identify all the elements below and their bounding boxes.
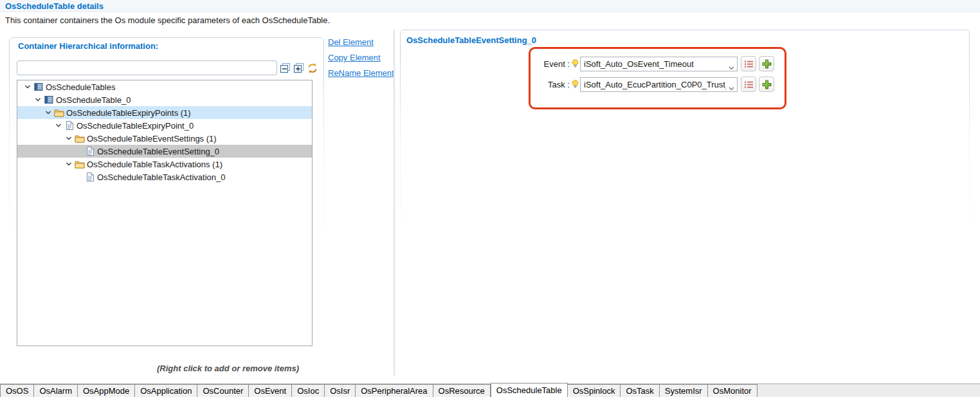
tree-item-osscheduletables[interactable]: OsScheduleTables xyxy=(17,80,312,93)
tab-systemisr[interactable]: SystemIsr xyxy=(660,384,708,397)
tab-osisr[interactable]: OsIsr xyxy=(325,384,356,397)
document-icon xyxy=(84,147,95,156)
document-icon xyxy=(64,121,75,130)
event-combobox-value: iSoft_Auto_OsEvent_Timeout xyxy=(584,57,726,71)
tab-osperipheralarea[interactable]: OsPeripheralArea xyxy=(356,384,433,397)
tab-osscheduletable[interactable]: OsScheduleTable xyxy=(491,383,568,397)
event-combobox[interactable]: iSoft_Auto_OsEvent_Timeout xyxy=(580,57,738,71)
page-description: This container containers the Os module … xyxy=(5,15,330,25)
chevron-down-icon[interactable] xyxy=(53,122,64,129)
event-field-row: Event :iSoft_Auto_OsEvent_Timeout xyxy=(531,56,774,71)
tree-item-osscheduletableexpirypoint-0[interactable]: OsScheduleTableExpiryPoint_0 xyxy=(17,119,312,132)
tree-item-osscheduletableexpirypoints-1[interactable]: OsScheduleTableExpiryPoints (1) xyxy=(17,106,312,119)
tree-item-label: OsScheduleTableExpiryPoint_0 xyxy=(75,121,194,131)
tab-osevent[interactable]: OsEvent xyxy=(249,384,292,397)
detail-panel-title: OsScheduleTableEventSetting_0 xyxy=(406,35,536,45)
element-actions: Del Element Copy Element ReName Element xyxy=(328,37,394,78)
tree-item-osscheduletabletaskactivation-0[interactable]: OsScheduleTableTaskActivation_0 xyxy=(17,171,312,183)
tab-osappmode[interactable]: OsAppMode xyxy=(78,384,135,397)
container-hierarchy-title: Container Hierarchical information: xyxy=(18,41,158,51)
task-combobox[interactable]: iSoft_Auto_EcucPartition_C0P0_Trust_OsTa xyxy=(580,77,738,92)
tree-item-label: OsScheduleTableExpiryPoints (1) xyxy=(64,108,191,118)
tree-item-label: OsScheduleTables xyxy=(44,82,115,92)
task-list-button[interactable] xyxy=(741,77,756,92)
tab-osspinlock[interactable]: OsSpinlock xyxy=(568,384,621,397)
collapse-all-icon[interactable] xyxy=(279,62,291,74)
folder-icon xyxy=(74,160,85,169)
chevron-down-icon[interactable] xyxy=(729,62,734,72)
chevron-down-icon[interactable] xyxy=(64,161,74,167)
tree-item-label: OsScheduleTableEventSetting_0 xyxy=(95,147,219,156)
tree-toolbar xyxy=(279,62,318,74)
tree-hint-text: (Right click to add or remove items) xyxy=(157,364,299,373)
chevron-down-icon[interactable] xyxy=(729,83,734,93)
chevron-down-icon[interactable] xyxy=(43,109,53,116)
del-element-link[interactable]: Del Element xyxy=(328,37,394,47)
event-add-button[interactable] xyxy=(759,56,774,71)
tab-osioc[interactable]: OsIoc xyxy=(292,384,325,397)
task-field-row: Task :iSoft_Auto_EcucPartition_C0P0_Trus… xyxy=(531,77,774,92)
tree-item-label: OsScheduleTableTaskActivations (1) xyxy=(85,160,222,169)
tree-item-label: OsScheduleTableEventSettings (1) xyxy=(85,134,217,143)
tab-oscounter[interactable]: OsCounter xyxy=(197,384,249,397)
copy-element-link[interactable]: Copy Element xyxy=(328,53,394,62)
folder-icon xyxy=(53,109,64,117)
chevron-down-icon[interactable] xyxy=(64,135,74,142)
tree-item-osscheduletableeventsettings-1[interactable]: OsScheduleTableEventSettings (1) xyxy=(17,132,312,145)
task-add-button[interactable] xyxy=(759,77,774,92)
tree-item-osscheduletabletaskactivations-1[interactable]: OsScheduleTableTaskActivations (1) xyxy=(17,158,312,171)
chevron-down-icon[interactable] xyxy=(33,97,43,103)
book-icon xyxy=(33,82,44,91)
refresh-icon[interactable] xyxy=(306,62,318,74)
folder-icon xyxy=(74,134,85,143)
task-label: Task : xyxy=(531,80,570,89)
tree-item-osscheduletable-0[interactable]: OsScheduleTable_0 xyxy=(17,93,312,106)
lightbulb-icon xyxy=(572,80,579,89)
app-window: OsScheduleTable details This container c… xyxy=(0,0,980,397)
tree-item-osscheduletableeventsetting-0[interactable]: OsScheduleTableEventSetting_0 xyxy=(17,145,312,158)
page-header xyxy=(0,0,980,12)
hierarchy-tree: OsScheduleTablesOsScheduleTable_0OsSched… xyxy=(17,80,313,346)
tab-osapplication[interactable]: OsApplication xyxy=(135,384,197,397)
module-tab-bar: OsOSOsAlarmOsAppModeOsApplicationOsCount… xyxy=(0,383,980,397)
tab-osos[interactable]: OsOS xyxy=(0,384,34,397)
panel-divider xyxy=(394,30,395,376)
tab-osmonitor[interactable]: OsMonitor xyxy=(708,384,758,397)
event-list-button[interactable] xyxy=(741,56,756,71)
tab-ostask[interactable]: OsTask xyxy=(621,384,659,397)
tab-osalarm[interactable]: OsAlarm xyxy=(34,384,78,397)
book-icon xyxy=(43,95,54,104)
event-label: Event : xyxy=(531,59,570,69)
chevron-down-icon[interactable] xyxy=(23,84,33,90)
lightbulb-icon xyxy=(572,59,579,68)
rename-element-link[interactable]: ReName Element xyxy=(328,68,394,78)
document-icon xyxy=(84,172,95,181)
tree-item-label: OsScheduleTableTaskActivation_0 xyxy=(95,172,225,182)
tab-osresource[interactable]: OsResource xyxy=(433,384,491,397)
tree-item-label: OsScheduleTable_0 xyxy=(54,95,131,105)
expand-all-icon[interactable] xyxy=(293,62,305,74)
tree-search-input[interactable] xyxy=(17,60,277,75)
page-title: OsScheduleTable details xyxy=(5,1,104,11)
task-combobox-value: iSoft_Auto_EcucPartition_C0P0_Trust_OsTa xyxy=(584,78,726,91)
